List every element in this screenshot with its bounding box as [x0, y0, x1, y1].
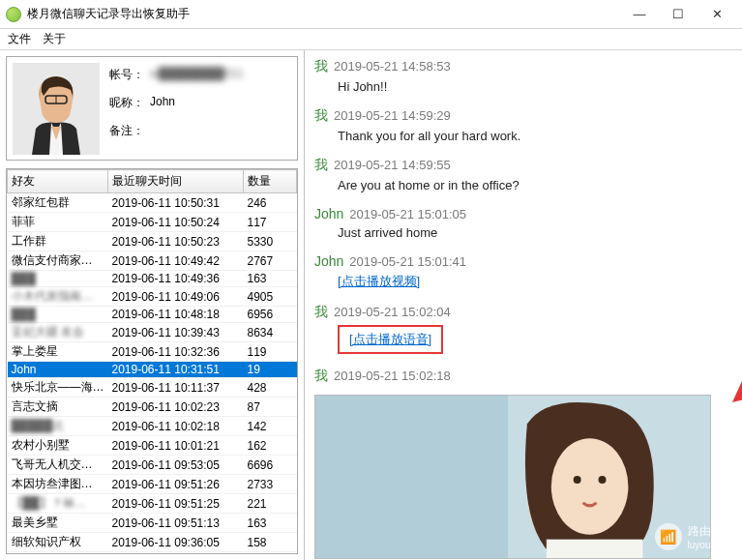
col-count[interactable]: 数量 [244, 170, 297, 193]
table-row[interactable]: 中国气象局2019-06-11 09:31:57327 [8, 552, 297, 554]
menubar: 文件 关于 [0, 29, 742, 50]
play-voice-link[interactable]: [点击播放语音] [349, 332, 431, 346]
table-row[interactable]: 小木代发指南…2019-06-11 10:49:064905 [8, 287, 297, 307]
timestamp: 2019-05-21 15:01:05 [349, 207, 466, 221]
col-friend[interactable]: 好友 [8, 170, 108, 193]
message-text: Are you at home or in the office? [338, 178, 519, 192]
timestamp: 2019-05-21 14:59:55 [334, 158, 451, 172]
chat-panel: 我2019-05-21 14:58:53Hi John!!我2019-05-21… [305, 50, 742, 560]
table-row[interactable]: 微信支付商家…2019-06-11 10:49:422767 [8, 251, 297, 271]
table-row[interactable]: 言志文摘2019-06-11 10:02:2387 [8, 398, 297, 417]
sender-name: John [314, 253, 343, 269]
table-row[interactable]: 农村小别墅2019-06-11 10:01:21162 [8, 436, 297, 456]
message-text: Thank you for all your hard work. [338, 129, 520, 143]
svg-point-9 [599, 476, 607, 484]
svg-rect-5 [315, 395, 508, 558]
menu-about[interactable]: 关于 [43, 31, 66, 47]
svg-point-8 [574, 476, 581, 484]
svg-rect-10 [547, 540, 643, 559]
timestamp: 2019-05-21 14:58:53 [334, 59, 451, 74]
callout-arrow-icon [732, 346, 742, 404]
profile-card: 帐号：w████████011 昵称：John 备注： [6, 56, 298, 161]
titlebar: 楼月微信聊天记录导出恢复助手 — ☐ ✕ [0, 0, 742, 29]
timestamp: 2019-05-21 15:02:18 [334, 368, 451, 383]
table-row[interactable]: 掌上娄星2019-06-11 10:32:36119 [8, 342, 297, 362]
table-row[interactable]: 妥妃大疆 友会2019-06-11 10:39:438634 [8, 323, 297, 342]
table-row[interactable]: 本因坊叁津图…2019-06-11 09:51:262733 [8, 475, 297, 494]
table-row[interactable]: 邻家红包群2019-06-11 10:50:31246 [8, 193, 297, 213]
table-row[interactable]: 快乐北京——海…2019-06-11 10:11:37428 [8, 378, 297, 398]
table-row[interactable]: █████比2019-06-11 10:02:18142 [8, 417, 297, 436]
image-attachment[interactable] [314, 395, 711, 559]
account-label: 帐号： [109, 67, 150, 83]
timestamp: 2019-05-21 14:59:29 [334, 108, 451, 123]
friends-table: 好友 最近聊天时间 数量 邻家红包群2019-06-11 10:50:31246… [6, 168, 298, 554]
svg-point-7 [551, 438, 629, 535]
remark-label: 备注： [109, 123, 150, 139]
close-button[interactable]: ✕ [697, 0, 736, 29]
sender-name: John [314, 206, 343, 221]
avatar [13, 63, 100, 155]
sender-name: 我 [314, 157, 328, 172]
router-icon: 📶 [655, 523, 682, 550]
timestamp: 2019-05-21 15:01:41 [349, 254, 466, 269]
sender-name: 我 [314, 304, 328, 319]
table-row[interactable]: ███2019-06-11 10:49:36163 [8, 271, 297, 287]
menu-file[interactable]: 文件 [8, 31, 31, 47]
maximize-button[interactable]: ☐ [659, 0, 697, 29]
table-row[interactable]: 飞哥无人机交…2019-06-11 09:53:056696 [8, 456, 297, 475]
table-row[interactable]: 最美乡墅2019-06-11 09:51:13163 [8, 514, 297, 533]
account-value: w████████011 [150, 67, 244, 83]
left-panel: 帐号：w████████011 昵称：John 备注： 好友 最近聊天时间 数量… [0, 50, 305, 560]
timestamp: 2019-05-21 15:02:04 [334, 305, 451, 319]
play-video-link[interactable]: [点击播放视频] [338, 274, 420, 288]
nick-value: John [150, 95, 175, 111]
watermark: 📶 路由器luyouqi.cc [655, 523, 730, 550]
message-text: Just arrived home [338, 225, 437, 240]
sender-name: 我 [314, 107, 328, 123]
table-row[interactable]: John2019-06-11 10:31:5119 [8, 362, 297, 378]
table-row[interactable]: ███2019-06-11 10:48:186956 [8, 307, 297, 323]
window-title: 楼月微信聊天记录导出恢复助手 [27, 6, 620, 22]
table-row[interactable]: 菲菲2019-06-11 10:50:24117 [8, 213, 297, 232]
app-icon [6, 7, 21, 22]
nick-label: 昵称： [109, 95, 150, 111]
minimize-button[interactable]: — [620, 0, 659, 29]
table-row[interactable]: 【██】？禄…2019-06-11 09:51:25221 [8, 494, 297, 514]
table-row[interactable]: 工作群2019-06-11 10:50:235330 [8, 232, 297, 251]
col-time[interactable]: 最近聊天时间 [108, 170, 244, 193]
table-row[interactable]: 细软知识产权2019-06-11 09:36:05158 [8, 533, 297, 552]
message-text: Hi John!! [338, 79, 387, 94]
sender-name: 我 [314, 58, 328, 74]
sender-name: 我 [314, 368, 328, 383]
